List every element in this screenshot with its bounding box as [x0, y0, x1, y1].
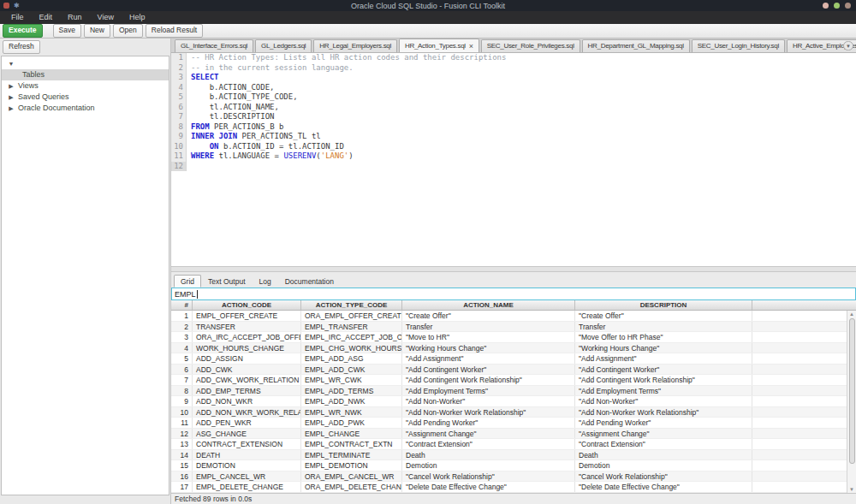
tree-item-views[interactable]: ▶Views — [2, 80, 169, 92]
chevron-down-icon: ▼ — [846, 44, 851, 49]
table-cell: 4 — [171, 343, 193, 353]
tree-item-tables[interactable]: Tables — [2, 69, 169, 80]
output-tab-grid[interactable]: Grid — [174, 275, 201, 288]
sidebar: Refresh ▼Tables▶Views▶Saved Queries▶Orac… — [0, 39, 171, 504]
output-tab-text-output[interactable]: Text Output — [201, 275, 252, 288]
text-caret — [197, 290, 198, 299]
chevron-down-icon[interactable]: ▼ — [8, 58, 15, 69]
scroll-down-icon[interactable]: ▼ — [849, 486, 854, 493]
table-cell-filler — [752, 311, 856, 321]
table-row[interactable]: 8ADD_EMP_TERMSEMPL_ADD_TERMS"Add Employm… — [171, 386, 856, 397]
column-header-action_name[interactable]: ACTION_NAME — [402, 300, 575, 310]
table-cell-filler — [752, 439, 856, 449]
minimize-button[interactable] — [823, 3, 829, 9]
sql-editor[interactable]: 1-- HR Action Types: Lists all HR action… — [171, 53, 856, 266]
column-header-action_code[interactable]: ACTION_CODE — [193, 300, 301, 310]
column-header-description[interactable]: DESCRIPTION — [575, 300, 752, 310]
table-row[interactable]: 15DEMOTIONEMPL_DEMOTIONDemotionDemotion — [171, 460, 856, 471]
table-cell-filler — [752, 429, 856, 439]
app-icons: ✱ — [3, 0, 20, 11]
table-row[interactable]: 16EMPL_CANCEL_WRORA_EMPL_CANCEL_WR"Cance… — [171, 471, 856, 483]
menu-help[interactable]: Help — [122, 11, 153, 24]
table-row[interactable]: 4WORK_HOURS_CHANGEEMPL_CHG_WORK_HOURS"Wo… — [171, 343, 856, 354]
save-button[interactable]: Save — [53, 24, 81, 38]
window-controls — [823, 0, 851, 11]
output-tab-documentation[interactable]: Documentation — [278, 275, 341, 288]
table-cell: 17 — [171, 482, 193, 492]
column-header-action_type_code[interactable]: ACTION_TYPE_CODE — [301, 300, 402, 310]
new-button[interactable]: New — [84, 24, 110, 38]
close-icon[interactable]: × — [469, 40, 473, 52]
refresh-button[interactable]: Refresh — [3, 40, 40, 54]
table-row[interactable]: 12ASG_CHANGEEMPL_CHANGE"Assignment Chang… — [171, 429, 856, 440]
tab-hr-department-gl-mapping-sql[interactable]: HR_Department_GL_Mapping.sql — [582, 39, 690, 52]
line-number: 5 — [171, 92, 187, 103]
line-number: 9 — [171, 132, 187, 142]
table-cell-filler — [752, 332, 856, 342]
table-row[interactable]: 6ADD_CWKEMPL_ADD_CWK"Add Contingent Work… — [171, 365, 856, 376]
vertical-scrollbar[interactable]: ▲ ▼ — [847, 311, 856, 493]
table-cell: "Delete Date Effective Change" — [402, 482, 575, 492]
tab-gl-ledgers-sql[interactable]: GL_Ledgers.sql — [255, 39, 312, 52]
tab-sec-user-login-history-sql[interactable]: SEC_User_Login_History.sql — [692, 39, 785, 52]
table-cell: EMPL_ADD_CWK — [301, 365, 402, 375]
menu-edit[interactable]: Edit — [32, 11, 61, 24]
table-row[interactable]: 17EMPL_DELETE_CHANGEORA_EMPL_DELETE_CHAN… — [171, 482, 856, 493]
scrollbar-thumb[interactable] — [849, 318, 855, 464]
table-cell: DEATH — [193, 450, 301, 460]
table-row[interactable]: 9ADD_NON_WKREMPL_ADD_NWK"Add Non-Worker"… — [171, 396, 856, 407]
execute-button[interactable]: Execute — [3, 24, 43, 38]
table-row[interactable]: 11ADD_PEN_WKREMPL_ADD_PWK"Add Pending Wo… — [171, 418, 856, 429]
tab-hr-action-types-sql[interactable]: HR_Action_Types.sql× — [399, 39, 479, 52]
table-cell: 1 — [171, 311, 193, 321]
line-number: 8 — [171, 122, 187, 133]
tree-item-label: Tables — [19, 69, 45, 80]
table-cell: 5 — [171, 353, 193, 364]
tab-overflow-button[interactable]: ▼ — [843, 41, 853, 50]
reload-result-button[interactable]: Reload Result — [146, 24, 203, 38]
table-cell: CONTRACT_EXTENSION — [193, 439, 301, 449]
table-row[interactable]: 7ADD_CWK_WORK_RELATIONEMPL_WR_CWK"Add Co… — [171, 375, 856, 386]
open-button[interactable]: Open — [113, 24, 143, 38]
chevron-right-icon[interactable]: ▶ — [8, 103, 15, 114]
table-row[interactable]: 3ORA_IRC_ACCEPT_JOB_OFFEREMPL_IRC_ACCEPT… — [171, 332, 856, 343]
chevron-right-icon[interactable]: ▶ — [8, 80, 15, 92]
tab-gl-interface-errors-sql[interactable]: GL_Interface_Errors.sql — [175, 39, 253, 52]
table-cell-filler — [752, 418, 856, 428]
table-cell: ASG_CHANGE — [193, 429, 301, 439]
panel-splitter[interactable] — [171, 266, 856, 272]
tree-item-saved-queries[interactable]: ▶Saved Queries — [2, 92, 169, 103]
tab-hr-legal-employers-sql[interactable]: HR_Legal_Employers.sql — [313, 39, 397, 52]
column-header-row-number[interactable]: # — [171, 300, 193, 310]
table-cell: EMPL_ADD_TERMS — [301, 386, 402, 396]
table-row[interactable]: 2TRANSFEREMPL_TRANSFERTransferTransfer — [171, 322, 856, 333]
scroll-up-icon[interactable]: ▲ — [849, 311, 854, 317]
menu-view[interactable]: View — [90, 11, 122, 24]
table-cell: "Add Pending Worker" — [575, 418, 752, 428]
menu-run[interactable]: Run — [60, 11, 90, 24]
table-cell: EMPL_DEMOTION — [301, 460, 402, 471]
tree-item-root[interactable]: ▼ — [2, 58, 169, 69]
table-row[interactable]: 5ADD_ASSIGNEMPL_ADD_ASG"Add Assignment""… — [171, 353, 856, 365]
grid-filter-input[interactable]: EMPL — [171, 288, 856, 300]
table-row[interactable]: 10ADD_NON_WKR_WORK_RELATIONEMPL_WR_NWK"A… — [171, 407, 856, 418]
code-line: 8FROM PER_ACTIONS_B b — [171, 122, 856, 133]
title-bar: ✱ Oracle Cloud SQL Studio - Fusion CLI T… — [0, 0, 856, 11]
table-cell: ORA_EMPL_CANCEL_WR — [301, 471, 402, 482]
tab-label: SEC_User_Login_History.sql — [698, 40, 779, 52]
table-cell: EMPL_ADD_PWK — [301, 418, 402, 428]
maximize-button[interactable] — [834, 3, 840, 9]
tree-item-oracle-documentation[interactable]: ▶Oracle Documentation — [2, 103, 169, 114]
table-row[interactable]: 1EMPL_OFFER_CREATEORA_EMPL_OFFER_CREATE"… — [171, 311, 856, 322]
tab-sec-user-role-privileges-sql[interactable]: SEC_User_Role_Privileges.sql — [481, 39, 580, 52]
table-cell: 13 — [171, 439, 193, 449]
close-button[interactable] — [845, 3, 851, 9]
table-cell: 15 — [171, 460, 193, 471]
chevron-right-icon[interactable]: ▶ — [8, 92, 15, 103]
table-row[interactable]: 13CONTRACT_EXTENSIONEMPL_CONTRACT_EXTN"C… — [171, 439, 856, 450]
table-cell-filler — [752, 386, 856, 396]
table-row[interactable]: 14DEATHEMPL_TERMINATEDeathDeath — [171, 450, 856, 461]
output-tab-log[interactable]: Log — [253, 275, 278, 288]
table-cell: ADD_CWK — [193, 365, 301, 375]
menu-file[interactable]: File — [3, 11, 32, 24]
